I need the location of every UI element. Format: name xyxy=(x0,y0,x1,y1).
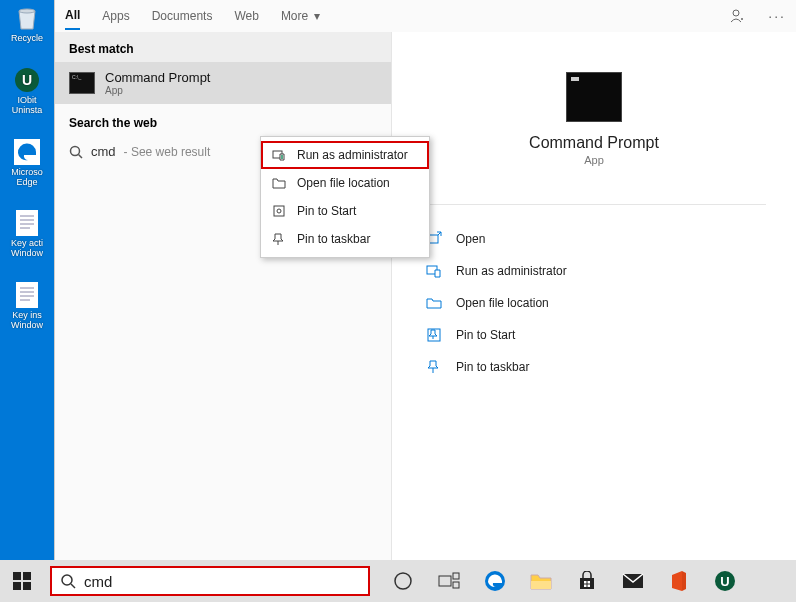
desktop-icon-label: Microso Edge xyxy=(11,167,43,187)
action-label: Pin to taskbar xyxy=(456,360,529,374)
desktop-icon-label: Key acti Window xyxy=(11,238,43,258)
command-prompt-icon xyxy=(69,72,95,94)
taskbar-pinned-apps: U xyxy=(390,568,738,594)
svg-point-0 xyxy=(19,9,35,13)
web-hint: - See web result xyxy=(124,145,211,159)
svg-rect-38 xyxy=(584,585,587,588)
command-prompt-large-icon xyxy=(566,72,622,122)
action-pin-to-taskbar[interactable]: Pin to taskbar xyxy=(422,351,766,383)
action-open[interactable]: Open xyxy=(422,223,766,255)
edge-taskbar-icon[interactable] xyxy=(482,568,508,594)
svg-point-30 xyxy=(395,573,411,589)
result-title: Command Prompt xyxy=(105,70,210,85)
folder-icon xyxy=(426,295,444,311)
action-label: Pin to Start xyxy=(456,328,515,342)
file-explorer-icon[interactable] xyxy=(528,568,554,594)
ctx-run-as-admin[interactable]: Run as administrator xyxy=(261,141,429,169)
detail-actions: Open Run as administrator Open file loca… xyxy=(392,223,796,383)
separator xyxy=(422,204,766,205)
svg-rect-19 xyxy=(274,206,284,216)
desktop-icon-edge[interactable]: Microso Edge xyxy=(0,134,54,192)
action-open-file-location[interactable]: Open file location xyxy=(422,287,766,319)
action-run-as-admin[interactable]: Run as administrator xyxy=(422,255,766,287)
tab-more-label: More xyxy=(281,9,308,23)
svg-rect-35 xyxy=(531,581,551,589)
svg-line-29 xyxy=(71,584,75,588)
start-button[interactable] xyxy=(0,560,44,602)
svg-rect-27 xyxy=(23,582,31,590)
svg-rect-25 xyxy=(23,572,31,580)
iobit-icon: U xyxy=(13,66,41,94)
mail-icon[interactable] xyxy=(620,568,646,594)
admin-shield-icon xyxy=(271,147,287,163)
svg-rect-32 xyxy=(453,573,459,579)
folder-icon xyxy=(271,175,287,191)
svg-text:U: U xyxy=(22,72,32,88)
ctx-pin-to-taskbar[interactable]: Pin to taskbar xyxy=(261,225,429,253)
action-label: Open xyxy=(456,232,485,246)
svg-rect-37 xyxy=(588,581,591,584)
svg-rect-36 xyxy=(584,581,587,584)
search-result-command-prompt[interactable]: Command Prompt App xyxy=(55,62,391,104)
svg-rect-24 xyxy=(13,572,21,580)
store-icon[interactable] xyxy=(574,568,600,594)
svg-point-20 xyxy=(277,209,281,213)
search-icon xyxy=(69,145,83,159)
ctx-label: Run as administrator xyxy=(297,148,408,162)
tab-apps[interactable]: Apps xyxy=(102,3,129,29)
start-search-panel: All Apps Documents Web More ▾ ··· Best m… xyxy=(54,0,796,560)
search-icon xyxy=(60,573,76,589)
search-tabs: All Apps Documents Web More ▾ ··· xyxy=(55,0,796,32)
desktop-icon-label: Key ins Window xyxy=(11,310,43,330)
pin-start-icon xyxy=(271,203,287,219)
detail-pane: Command Prompt App Open Run as administr… xyxy=(391,32,796,560)
svg-point-16 xyxy=(71,146,80,155)
svg-rect-33 xyxy=(453,582,459,588)
ctx-label: Open file location xyxy=(297,176,390,190)
text-file-icon xyxy=(13,209,41,237)
desktop: Recycle U IObit Uninsta Microso Edge Key… xyxy=(0,0,54,560)
svg-rect-4 xyxy=(16,210,38,236)
edge-icon xyxy=(13,138,41,166)
windows-logo-icon xyxy=(13,572,31,590)
ctx-label: Pin to Start xyxy=(297,204,356,218)
pin-start-icon xyxy=(426,327,444,343)
svg-point-28 xyxy=(62,575,72,585)
result-subtitle: App xyxy=(105,85,210,96)
text-file-icon xyxy=(13,281,41,309)
detail-title: Command Prompt xyxy=(392,134,796,152)
svg-point-15 xyxy=(741,18,743,20)
desktop-icon-key-ins[interactable]: Key ins Window xyxy=(0,277,54,335)
search-panel-body: Best match Command Prompt App Search the… xyxy=(55,32,796,560)
desktop-icon-label: IObit Uninsta xyxy=(12,95,43,115)
tab-all[interactable]: All xyxy=(65,2,80,30)
action-label: Open file location xyxy=(456,296,549,310)
ctx-open-file-location[interactable]: Open file location xyxy=(261,169,429,197)
svg-rect-26 xyxy=(13,582,21,590)
taskbar-search-input[interactable] xyxy=(84,573,360,590)
options-icon[interactable]: ··· xyxy=(768,8,786,24)
iobit-taskbar-icon[interactable]: U xyxy=(712,568,738,594)
desktop-icon-recycle-bin[interactable]: Recycle xyxy=(0,0,54,48)
tab-more[interactable]: More ▾ xyxy=(281,3,320,29)
pin-taskbar-icon xyxy=(426,359,444,375)
desktop-icon-key-acti[interactable]: Key acti Window xyxy=(0,205,54,263)
cortana-icon[interactable] xyxy=(390,568,416,594)
tab-documents[interactable]: Documents xyxy=(152,3,213,29)
svg-point-14 xyxy=(733,10,739,16)
taskbar: U xyxy=(0,560,796,602)
desktop-icon-label: Recycle xyxy=(11,33,43,43)
svg-rect-9 xyxy=(16,282,38,308)
svg-text:U: U xyxy=(720,574,729,589)
desktop-icon-iobit[interactable]: U IObit Uninsta xyxy=(0,62,54,120)
taskbar-search-box[interactable] xyxy=(50,566,370,596)
office-icon[interactable] xyxy=(666,568,692,594)
tab-web[interactable]: Web xyxy=(234,3,258,29)
ctx-pin-to-start[interactable]: Pin to Start xyxy=(261,197,429,225)
task-view-icon[interactable] xyxy=(436,568,462,594)
context-menu: Run as administrator Open file location … xyxy=(260,136,430,258)
feedback-icon[interactable] xyxy=(730,8,746,24)
ctx-label: Pin to taskbar xyxy=(297,232,370,246)
action-pin-to-start[interactable]: Pin to Start xyxy=(422,319,766,351)
pin-taskbar-icon xyxy=(271,231,287,247)
